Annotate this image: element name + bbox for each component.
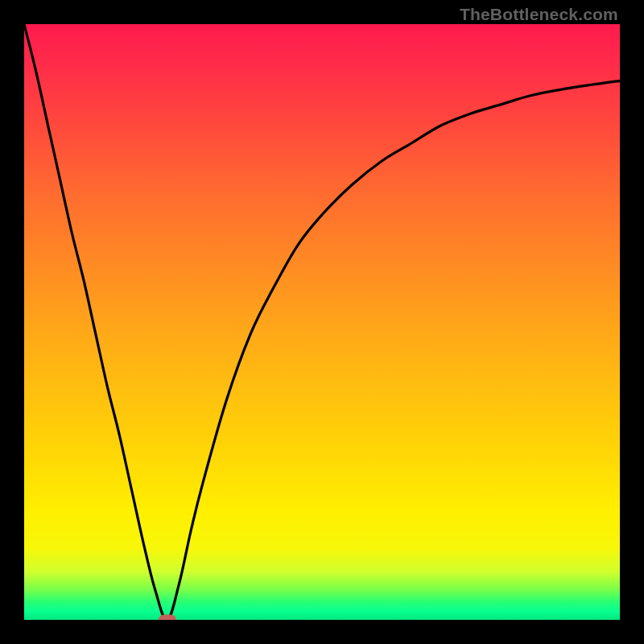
curve-layer [24, 24, 620, 620]
bottleneck-curve [24, 24, 620, 620]
optimal-point-marker [159, 615, 176, 621]
chart-frame: TheBottleneck.com [0, 0, 644, 644]
site-watermark: TheBottleneck.com [460, 5, 618, 24]
plot-area [24, 24, 620, 620]
